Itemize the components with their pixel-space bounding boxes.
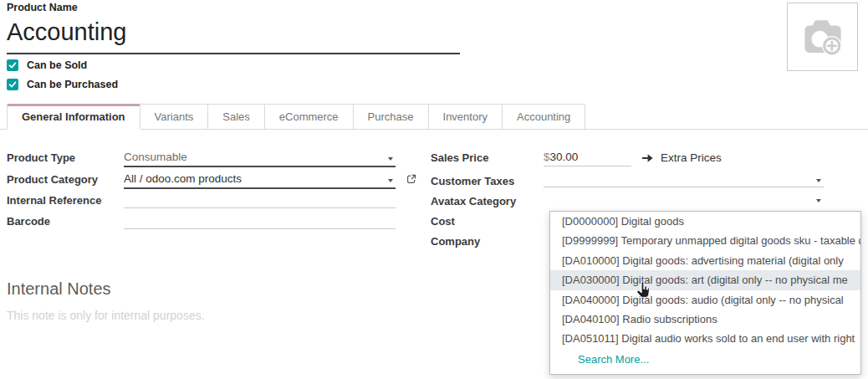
company-label: Company (431, 235, 480, 248)
currency-symbol: $ (544, 151, 550, 163)
tab-inventory[interactable]: Inventory (428, 104, 503, 129)
barcode-label: Barcode (7, 215, 50, 228)
can-be-purchased-checkbox[interactable] (7, 79, 18, 90)
product-name-label: Product Name (7, 2, 78, 13)
avatax-category-label: Avatax Category (431, 195, 516, 207)
tab-accounting[interactable]: Accounting (502, 104, 585, 129)
avatax-category-dropdown: [D0000000] Digital goods [D9999999] Temp… (549, 211, 861, 375)
chevron-down-icon (816, 179, 821, 182)
search-more-link[interactable]: Search More... (550, 349, 860, 374)
dropdown-option-highlighted[interactable]: [DA030000] Digital goods: art (digital o… (550, 270, 860, 289)
dropdown-option[interactable]: [DA040100] Radio subscriptions (550, 310, 860, 329)
can-be-sold-checkbox[interactable] (7, 59, 18, 71)
sales-price-input[interactable]: $30.00 (544, 151, 631, 166)
dropdown-option[interactable]: [D0000000] Digital goods (550, 212, 860, 231)
internal-notes-placeholder[interactable]: This note is only for internal purposes. (7, 309, 205, 322)
tab-sales[interactable]: Sales (207, 104, 265, 129)
product-type-value: Consumable (124, 151, 396, 166)
dropdown-option[interactable]: [DA010000] Digital goods: advertising ma… (550, 251, 860, 270)
mouse-cursor-hand-icon (636, 281, 650, 302)
tab-purchase[interactable]: Purchase (353, 104, 429, 129)
product-image-upload[interactable] (787, 3, 858, 71)
sales-price-value: 30.00 (550, 151, 579, 163)
tab-variants[interactable]: Variants (140, 104, 209, 129)
cost-label: Cost (431, 215, 455, 228)
customer-taxes-label: Customer Taxes (431, 175, 514, 187)
product-name-input-underline: Accounting (7, 15, 460, 54)
product-name-input[interactable]: Accounting (7, 15, 460, 49)
product-category-select[interactable]: All / odoo.com products (124, 172, 396, 189)
product-type-label: Product Type (7, 151, 75, 164)
checkmark-icon (8, 80, 17, 89)
can-be-purchased-row: Can be Purchased (7, 79, 118, 90)
product-type-select[interactable]: Consumable (124, 151, 396, 167)
extra-prices-label: Extra Prices (661, 151, 722, 164)
barcode-input[interactable] (124, 214, 396, 229)
checkmark-icon (8, 61, 17, 69)
internal-reference-input[interactable] (124, 193, 396, 208)
notebook-tabs: General Information Variants Sales eComm… (0, 104, 868, 130)
tab-general-information[interactable]: General Information (7, 104, 140, 129)
chevron-down-icon (388, 157, 393, 161)
dropdown-option[interactable]: [D9999999] Temporary unmapped digital go… (550, 231, 860, 250)
camera-plus-icon (799, 14, 847, 59)
internal-reference-label: Internal Reference (7, 194, 101, 207)
external-link-icon[interactable] (406, 173, 417, 188)
product-category-value: All / odoo.com products (124, 172, 396, 187)
chevron-down-icon (388, 179, 393, 182)
avatax-category-select[interactable] (544, 192, 824, 207)
dropdown-option[interactable]: [DA040000] Digital goods: audio (digital… (550, 290, 860, 310)
customer-taxes-select[interactable] (544, 172, 824, 187)
arrow-right-icon (641, 153, 654, 163)
tab-ecommerce[interactable]: eCommerce (264, 104, 354, 129)
dropdown-option[interactable]: [DA051011] Digital audio works sold to a… (550, 329, 860, 348)
can-be-purchased-label: Can be Purchased (27, 79, 118, 90)
product-form-page: Product Name Accounting Can be Sold Can … (0, 0, 868, 379)
can-be-sold-row: Can be Sold (7, 59, 87, 71)
can-be-sold-label: Can be Sold (27, 59, 87, 71)
product-category-label: Product Category (7, 173, 98, 186)
sales-price-label: Sales Price (431, 151, 488, 164)
extra-prices-button[interactable]: Extra Prices (641, 151, 722, 164)
chevron-down-icon (816, 199, 821, 202)
internal-notes-title: Internal Notes (7, 279, 111, 299)
